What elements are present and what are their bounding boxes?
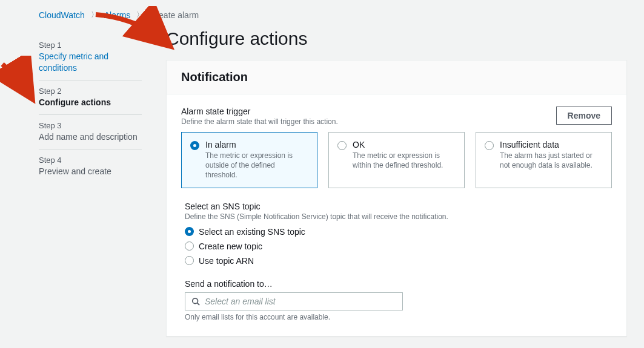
step-label-link[interactable]: Specify metric and conditions (39, 51, 108, 73)
step-number: Step 1 (39, 41, 142, 50)
radio-icon (185, 227, 194, 236)
radio-icon (337, 141, 347, 150)
wizard-nav: Step 1 Specify metric and conditions Ste… (39, 30, 142, 337)
step-label: Add name and description (39, 131, 142, 143)
remove-button[interactable]: Remove (556, 107, 612, 125)
page-title: Configure actions (166, 28, 627, 49)
search-icon (191, 297, 200, 306)
breadcrumb-cloudwatch[interactable]: CloudWatch (39, 10, 85, 20)
radio-icon (185, 256, 194, 265)
tile-desc: The metric or expression is within the d… (353, 151, 456, 170)
radio-label: Create new topic (199, 241, 262, 251)
wizard-step-1[interactable]: Step 1 Specify metric and conditions (39, 34, 142, 80)
step-label: Configure actions (39, 97, 142, 108)
wizard-step-4: Step 4 Preview and create (39, 149, 142, 183)
step-number: Step 4 (39, 156, 142, 165)
sns-title: Select an SNS topic (185, 202, 612, 211)
breadcrumb-alarms[interactable]: Alarms (104, 10, 131, 20)
notification-card: Notification Alarm state trigger Define … (166, 60, 627, 337)
radio-label: Select an existing SNS topic (199, 227, 305, 237)
tile-title: Insufficient data (500, 140, 603, 149)
chevron-right-icon: 〉 (136, 10, 144, 20)
sns-option-create[interactable]: Create new topic (185, 241, 612, 251)
step-label: Preview and create (39, 166, 142, 177)
step-number: Step 3 (39, 121, 142, 130)
tile-title: In alarm (205, 140, 308, 149)
wizard-step-3: Step 3 Add name and description (39, 115, 142, 149)
tile-title: OK (353, 140, 456, 149)
sendto-label: Send a notification to… (185, 279, 612, 289)
email-list-input[interactable] (205, 297, 396, 306)
step-number: Step 2 (39, 87, 142, 96)
radio-icon (190, 141, 199, 150)
sns-desc: Define the SNS (Simple Notification Serv… (185, 212, 612, 221)
sns-option-existing[interactable]: Select an existing SNS topic (185, 227, 612, 237)
wizard-step-2: Step 2 Configure actions (39, 80, 142, 115)
tile-desc: The alarm has just started or not enough… (500, 151, 603, 170)
tile-desc: The metric or expression is outside of t… (205, 151, 308, 180)
card-heading: Notification (181, 70, 612, 84)
card-header: Notification (167, 61, 626, 94)
chevron-right-icon: 〉 (91, 10, 98, 20)
radio-label: Use topic ARN (199, 256, 254, 266)
svg-point-0 (193, 298, 198, 303)
breadcrumb-current: Create alarm (150, 10, 199, 20)
radio-icon (185, 241, 194, 251)
trigger-title: Alarm state trigger (181, 107, 338, 116)
trigger-option-ok[interactable]: OK The metric or expression is within th… (328, 132, 465, 188)
radio-icon (485, 141, 494, 150)
sendto-hint: Only email lists for this account are av… (185, 313, 612, 321)
sns-option-arn[interactable]: Use topic ARN (185, 256, 612, 266)
trigger-desc: Define the alarm state that will trigger… (181, 117, 338, 126)
svg-line-1 (198, 303, 200, 305)
email-list-select[interactable] (185, 292, 403, 310)
trigger-option-insufficient[interactable]: Insufficient data The alarm has just sta… (476, 132, 612, 188)
trigger-option-in-alarm[interactable]: In alarm The metric or expression is out… (181, 132, 317, 188)
breadcrumb: CloudWatch 〉 Alarms 〉 Create alarm (0, 0, 644, 30)
